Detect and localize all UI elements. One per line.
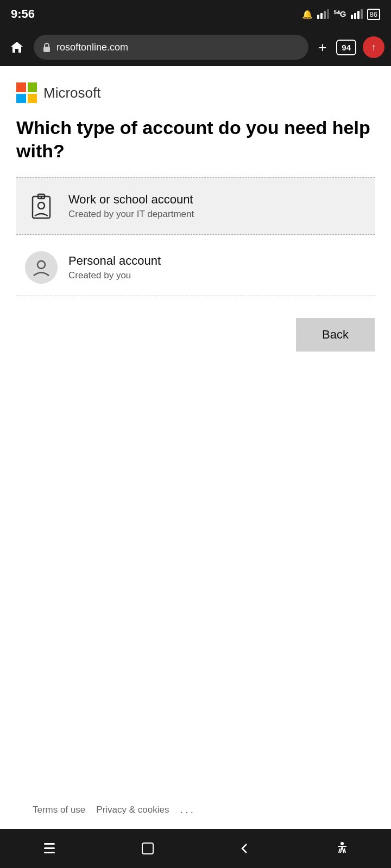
footer-links: Terms of use Privacy & cookies ...	[16, 790, 375, 829]
page-heading: Which type of account do you need help w…	[16, 116, 375, 162]
ms-grid-icon	[16, 82, 37, 103]
signal-icon	[317, 9, 329, 19]
work-icon-wrap	[25, 190, 58, 222]
status-icons: 🔔 ⁵⁴G 86	[302, 9, 380, 20]
work-account-title: Work or school account	[68, 193, 194, 207]
microsoft-logo: Microsoft	[16, 82, 375, 103]
work-account-option[interactable]: Work or school account Created by your I…	[16, 177, 375, 235]
svg-point-12	[38, 202, 45, 209]
svg-rect-4	[351, 15, 353, 19]
svg-rect-5	[354, 13, 356, 19]
url-text: rosoftonline.com	[56, 42, 128, 53]
ms-red-square	[16, 82, 26, 92]
svg-rect-15	[44, 847, 55, 849]
bottom-nav	[0, 829, 391, 868]
svg-point-18	[340, 842, 344, 845]
svg-rect-2	[324, 11, 326, 19]
notification-icon: 🔔	[302, 9, 313, 20]
personal-account-text: Personal account Created by you	[68, 254, 161, 281]
lock-icon	[42, 42, 51, 52]
status-time: 9:56	[11, 7, 35, 21]
svg-point-13	[37, 261, 45, 269]
page-content: Microsoft Which type of account do you n…	[0, 66, 391, 829]
personal-account-title: Personal account	[68, 254, 161, 268]
home-button[interactable]	[7, 37, 27, 58]
new-tab-button[interactable]: +	[315, 36, 330, 59]
svg-rect-6	[357, 11, 360, 19]
personal-icon-wrap	[25, 251, 58, 284]
personal-account-subtitle: Created by you	[68, 270, 161, 281]
more-options[interactable]: ...	[180, 803, 195, 816]
svg-rect-7	[361, 9, 363, 19]
microsoft-name: Microsoft	[43, 85, 100, 101]
back-btn-row: Back	[16, 318, 375, 352]
status-bar: 9:56 🔔 ⁵⁴G 86	[0, 0, 391, 28]
ms-yellow-square	[28, 94, 37, 104]
svg-rect-3	[327, 9, 329, 19]
svg-rect-14	[44, 843, 55, 845]
svg-rect-17	[142, 843, 153, 854]
ms-blue-square	[16, 94, 26, 104]
browser-bar: rosoftonline.com + 94 ↑	[0, 28, 391, 66]
network-type: ⁵⁴G	[333, 9, 346, 19]
back-nav-button[interactable]	[238, 842, 251, 855]
svg-rect-8	[43, 47, 50, 52]
menu-button[interactable]	[42, 843, 57, 854]
signal2-icon	[351, 9, 363, 19]
accessibility-button[interactable]	[335, 841, 350, 856]
profile-button[interactable]: ↑	[363, 36, 384, 58]
svg-rect-9	[33, 196, 50, 218]
svg-rect-16	[44, 852, 55, 853]
upload-icon: ↑	[371, 42, 376, 53]
tabs-count-button[interactable]: 94	[336, 40, 356, 55]
ms-green-square	[28, 82, 37, 92]
home-nav-button[interactable]	[140, 841, 155, 856]
svg-rect-1	[320, 13, 323, 19]
work-account-text: Work or school account Created by your I…	[68, 193, 194, 220]
terms-of-use-link[interactable]: Terms of use	[33, 805, 85, 815]
back-button[interactable]: Back	[296, 318, 375, 352]
battery-icon: 86	[367, 9, 380, 20]
privacy-cookies-link[interactable]: Privacy & cookies	[96, 805, 169, 815]
personal-account-option[interactable]: Personal account Created by you	[16, 239, 375, 296]
svg-rect-0	[317, 15, 319, 19]
work-account-subtitle: Created by your IT department	[68, 209, 194, 220]
address-bar[interactable]: rosoftonline.com	[34, 35, 308, 60]
